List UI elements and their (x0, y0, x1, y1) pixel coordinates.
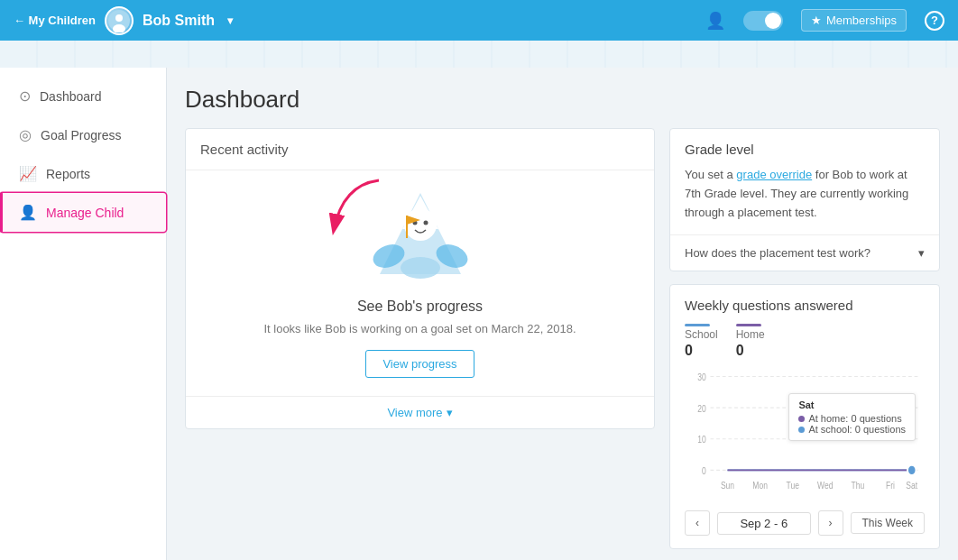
sidebar-label-manage-child: Manage Child (46, 206, 124, 220)
user-settings-icon[interactable]: 👤 (705, 11, 725, 31)
header-chevron-icon[interactable]: ▾ (227, 14, 233, 27)
header-left: ← My Children Bob Smith ▾ (14, 6, 233, 35)
svg-point-6 (404, 208, 437, 241)
weekly-card-body: Weekly questions answered School 0 Home … (670, 285, 939, 548)
header: ← My Children Bob Smith ▾ 👤 ★ Membership… (0, 0, 958, 41)
sidebar-item-reports[interactable]: 📈 Reports (0, 154, 166, 193)
grade-accordion[interactable]: How does the placement test work? ▾ (670, 234, 939, 271)
home-legend: Home 0 (736, 324, 765, 359)
left-column: Recent activity (185, 128, 655, 560)
avatar-icon (106, 8, 132, 33)
tooltip-home-item: At home: 0 questions (798, 413, 906, 424)
view-progress-button[interactable]: View progress (365, 350, 474, 378)
grade-text: You set a grade override for Bob to work… (685, 166, 925, 222)
dashboard-icon: ⊙ (19, 87, 31, 105)
svg-text:20: 20 (697, 403, 706, 414)
sidebar-label-dashboard: Dashboard (40, 89, 102, 104)
grade-title: Grade level (685, 142, 925, 157)
svg-text:Sat: Sat (906, 481, 917, 491)
help-button[interactable]: ? (925, 11, 944, 31)
school-legend-label: School (685, 328, 718, 341)
view-more-chevron: ▾ (447, 406, 453, 419)
activity-description: It looks like Bob is working on a goal s… (263, 322, 576, 335)
content: Dashboard Recent activity (167, 68, 958, 560)
svg-point-8 (423, 221, 428, 225)
memberships-button[interactable]: ★ Memberships (801, 9, 907, 32)
svg-point-13 (401, 257, 440, 279)
chart-navigation: ‹ Sep 2 - 6 › This Week (685, 510, 925, 536)
sidebar-item-dashboard[interactable]: ⊙ Dashboard (0, 77, 166, 115)
grade-card-body: Grade level You set a grade override for… (670, 129, 939, 234)
sidebar-item-goal-progress[interactable]: ◎ Goal Progress (0, 115, 166, 154)
school-legend-value: 0 (685, 343, 718, 359)
home-legend-value: 0 (736, 343, 765, 359)
content-columns: Recent activity (185, 128, 940, 560)
school-legend: School 0 (685, 324, 718, 359)
home-legend-bar (736, 324, 761, 326)
back-link[interactable]: ← My Children (14, 14, 96, 27)
help-icon: ? (931, 14, 938, 27)
svg-text:Thu: Thu (852, 481, 865, 491)
avatar (105, 6, 134, 35)
activity-title: See Bob's progress (357, 298, 483, 315)
date-range: Sep 2 - 6 (717, 512, 811, 535)
chart-tooltip: Sat At home: 0 questions At school: 0 qu… (788, 393, 916, 441)
star-icon: ★ (811, 14, 822, 27)
memberships-label: Memberships (826, 14, 897, 27)
header-right: 👤 ★ Memberships ? (705, 9, 944, 32)
pattern-bar (0, 41, 958, 68)
school-legend-bar (685, 324, 710, 326)
toggle-switch[interactable] (743, 11, 783, 31)
activity-center: See Bob's progress It looks like Bob is … (186, 170, 654, 396)
mountain-mascot (366, 188, 474, 288)
accordion-chevron: ▾ (918, 246, 925, 260)
home-legend-label: Home (736, 328, 765, 341)
tooltip-school-dot (798, 427, 805, 433)
accordion-label: How does the placement test work? (685, 246, 870, 260)
activity-card-header: Recent activity (186, 129, 654, 170)
svg-text:Sun: Sun (721, 481, 734, 491)
prev-week-button[interactable]: ‹ (685, 510, 710, 536)
weekly-legend: School 0 Home 0 (685, 324, 925, 359)
toggle-knob (765, 13, 781, 29)
chart-container: 30 20 10 0 Sun Mon Tue Wed Thu Fri (685, 366, 925, 501)
weekly-title: Weekly questions answered (685, 298, 925, 313)
header-username[interactable]: Bob Smith (143, 13, 215, 29)
tooltip-school-label: At school: 0 questions (808, 424, 906, 435)
grade-level-card: Grade level You set a grade override for… (669, 128, 940, 271)
right-column: Grade level You set a grade override for… (669, 128, 940, 560)
sidebar-item-manage-child[interactable]: 👤 Manage Child (0, 193, 166, 232)
view-more-label: View more (387, 406, 442, 419)
this-week-button[interactable]: This Week (851, 512, 925, 534)
svg-text:0: 0 (702, 466, 706, 477)
svg-point-1 (115, 14, 123, 22)
goal-progress-icon: ◎ (19, 126, 32, 143)
activity-card-footer: View more ▾ (186, 396, 654, 428)
tooltip-school-item: At school: 0 questions (798, 424, 906, 435)
weekly-questions-card: Weekly questions answered School 0 Home … (669, 284, 940, 549)
svg-text:Wed: Wed (817, 481, 833, 491)
page-title: Dashboard (185, 86, 940, 114)
main-layout: ⊙ Dashboard ◎ Goal Progress 📈 Reports 👤 … (0, 68, 958, 560)
tooltip-title: Sat (798, 399, 906, 410)
tooltip-home-label: At home: 0 questions (808, 413, 901, 424)
svg-point-29 (907, 465, 917, 476)
reports-icon: 📈 (19, 165, 37, 182)
svg-text:30: 30 (697, 372, 706, 383)
sidebar: ⊙ Dashboard ◎ Goal Progress 📈 Reports 👤 … (0, 68, 167, 560)
svg-text:Mon: Mon (752, 481, 768, 491)
view-more-link[interactable]: View more ▾ (200, 406, 640, 419)
sidebar-label-reports: Reports (46, 167, 90, 181)
grade-text-part1: You set a (685, 168, 736, 181)
manage-child-icon: 👤 (19, 204, 37, 221)
next-week-button[interactable]: › (818, 510, 843, 536)
sidebar-label-goal-progress: Goal Progress (41, 128, 121, 142)
tooltip-home-dot (798, 416, 805, 422)
svg-text:10: 10 (697, 435, 706, 445)
svg-text:Fri: Fri (886, 481, 895, 491)
grade-override-link[interactable]: grade override (736, 168, 812, 181)
activity-card: Recent activity (185, 128, 655, 429)
svg-text:Tue: Tue (786, 481, 798, 491)
